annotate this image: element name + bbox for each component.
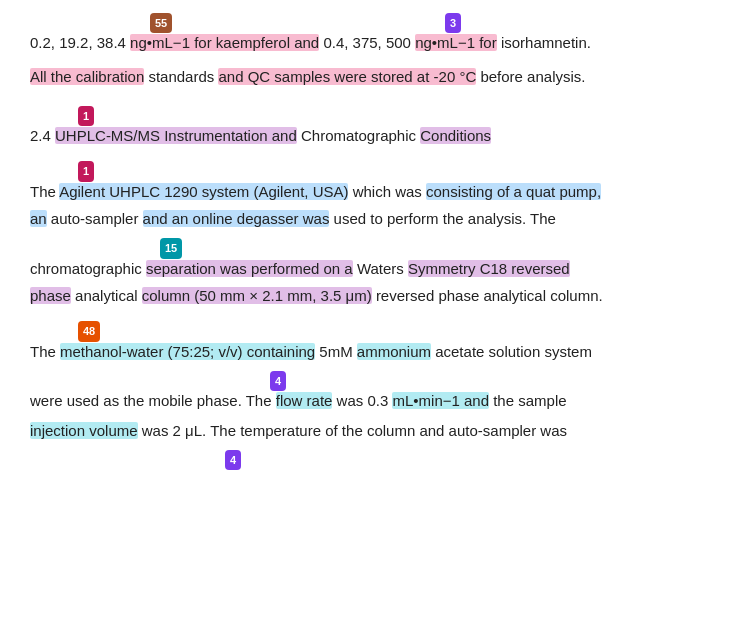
para2-analytical: analytical (75, 287, 142, 304)
para2-text1: chromatographic (30, 260, 146, 277)
para1-highlight2: consisting of a quat pump, (426, 183, 601, 200)
para3-text2: 5mM (319, 343, 357, 360)
para1-text3: used to perform the analysis. The (334, 210, 556, 227)
para3-line3-text1: was 2 μL. The temperature of the column … (142, 422, 567, 439)
line2-text2: before analysis. (480, 68, 585, 85)
para3-line3: injection volume was 2 μL. The temperatu… (30, 418, 709, 444)
line-group-bottom-badge: 4 (30, 447, 709, 467)
para3-flow-rate: flow rate (276, 392, 333, 409)
line1-text-before: 0.2, 19.2, 38.4 (30, 34, 126, 51)
badge-4: 4 (270, 371, 286, 392)
para1-an: an (30, 210, 47, 227)
line-group-section: 1 2.4 UHPLC-MS/MS Instrumentation and Ch… (30, 103, 709, 149)
para2-text3: reversed phase analytical column. (376, 287, 603, 304)
line1-highlight2: ng•mL−1 for (415, 34, 497, 51)
line2-highlight2: and QC samples were stored at -20 °C (218, 68, 476, 85)
line2-text: All the calibration standards and QC sam… (30, 64, 709, 90)
badge-row-para2: 15 (30, 236, 709, 256)
line-group-1: 55 3 0.2, 19.2, 38.4 ng•mL−1 for kaempfe… (30, 10, 709, 56)
line-group-para3c: injection volume was 2 μL. The temperatu… (30, 418, 709, 444)
para2-highlight2: Symmetry C18 reversed (408, 260, 570, 277)
para2-highlight3: column (50 mm × 2.1 mm, 3.5 μm) (142, 287, 372, 304)
line-group-para3b: 4 were used as the mobile phase. The flo… (30, 368, 709, 414)
para3-text3: acetate solution system (435, 343, 592, 360)
badge-section-1: 1 (78, 106, 94, 127)
para1-highlight1: Agilent UHPLC 1290 system (Agilent, USA) (59, 183, 348, 200)
para2-line1: chromatographic separation was performed… (30, 256, 709, 282)
para2-text2: Waters (357, 260, 408, 277)
para1-line1: The Agilent UHPLC 1290 system (Agilent, … (30, 179, 709, 205)
para3-highlight1: methanol-water (75:25; v/v) containing (60, 343, 315, 360)
line1-text-mid: 0.4, 375, 500 (323, 34, 415, 51)
para1-line2: an auto-sampler and an online degasser w… (30, 206, 709, 232)
line-group-2: All the calibration standards and QC sam… (30, 64, 709, 90)
para3-highlight3: mL•min−1 and (392, 392, 489, 409)
para3-line2-text1: were used as the mobile phase. The (30, 392, 276, 409)
para1-autosampler: auto-sampler (51, 210, 143, 227)
badge-row-section: 1 (30, 103, 709, 123)
section-number: 2.4 (30, 127, 55, 144)
para2-phase: phase (30, 287, 71, 304)
section-highlight1: UHPLC-MS/MS Instrumentation and (55, 127, 297, 144)
badge-row-bottom: 4 (30, 447, 709, 467)
para1-highlight3: and an online degasser was (143, 210, 330, 227)
badge-row-1: 55 3 (30, 10, 709, 30)
para1-text1: The (30, 183, 59, 200)
line1-highlight1: ng•mL−1 for kaempferol and (130, 34, 319, 51)
para2-line2: phase analytical column (50 mm × 2.1 mm,… (30, 283, 709, 309)
badge-row-para3: 48 (30, 319, 709, 339)
para3-injection-volume: injection volume (30, 422, 138, 439)
para1-text2: which was (353, 183, 426, 200)
line2-text1: standards (148, 68, 218, 85)
line2-highlight1: All the calibration (30, 68, 144, 85)
section-highlight2: Conditions (420, 127, 491, 144)
badge-4b: 4 (225, 450, 241, 471)
badge-15: 15 (160, 238, 182, 259)
badge-55: 55 (150, 13, 172, 34)
para3-line2-text3: the sample (493, 392, 566, 409)
para3-line2-text2: was 0.3 (337, 392, 393, 409)
badge-para1-1: 1 (78, 161, 94, 182)
para3-line2: were used as the mobile phase. The flow … (30, 388, 709, 414)
badge-row-para1: 1 (30, 159, 709, 179)
para2-highlight1: separation was performed on a (146, 260, 353, 277)
badge-48: 48 (78, 321, 100, 342)
section-text2: Chromatographic (301, 127, 420, 144)
line-group-para1: 1 The Agilent UHPLC 1290 system (Agilent… (30, 159, 709, 232)
para3-highlight2: ammonium (357, 343, 431, 360)
line1-text-after: isorhamnetin. (501, 34, 591, 51)
badge-3: 3 (445, 13, 461, 34)
line-group-para2: 15 chromatographic separation was perfor… (30, 236, 709, 309)
badge-row-para3b: 4 (30, 368, 709, 388)
para3-text1: The (30, 343, 60, 360)
line-group-para3: 48 The methanol-water (75:25; v/v) conta… (30, 319, 709, 365)
section-text: 2.4 UHPLC-MS/MS Instrumentation and Chro… (30, 123, 709, 149)
line1-text: 0.2, 19.2, 38.4 ng•mL−1 for kaempferol a… (30, 30, 709, 56)
para3-line1: The methanol-water (75:25; v/v) containi… (30, 339, 709, 365)
